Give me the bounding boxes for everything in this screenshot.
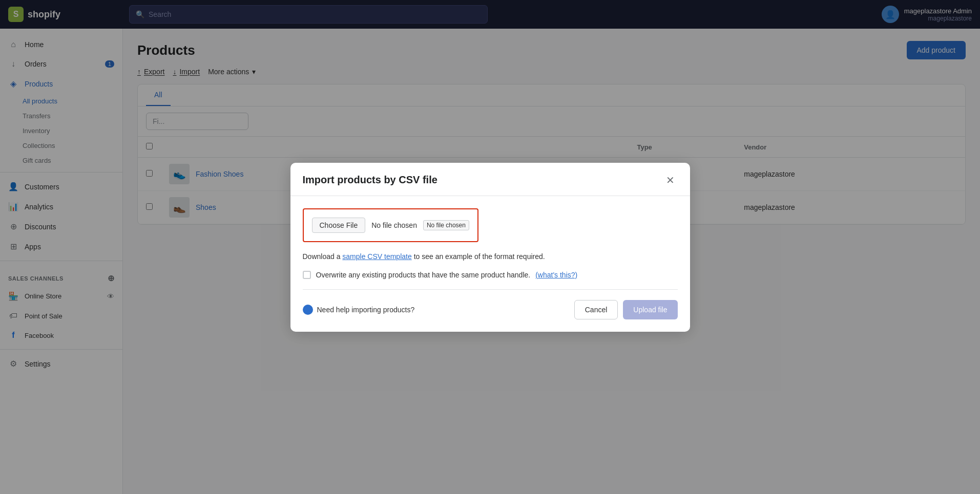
import-csv-modal: Import products by CSV file ✕ Choose Fil… [290,163,690,332]
choose-file-button[interactable]: Choose File [312,218,366,233]
csv-template-link[interactable]: sample CSV template [342,252,411,261]
csv-info-suffix: to see an example of the format required… [414,252,545,261]
csv-link-text: sample CSV template [342,252,411,261]
upload-file-button[interactable]: Upload file [623,300,677,319]
need-help-area: Need help importing products? [303,305,415,315]
modal-close-button[interactable]: ✕ [663,173,678,187]
whats-this-link[interactable]: (what's this?) [535,271,577,279]
no-file-tooltip: No file chosen [423,220,469,230]
modal-header: Import products by CSV file ✕ [290,163,690,196]
file-choose-area: Choose File No file chosen No file chose… [303,208,478,242]
csv-info: Download a sample CSV template to see an… [303,252,678,261]
overwrite-checkbox[interactable] [303,271,311,279]
overwrite-label: Overwrite any existing products that hav… [316,271,531,279]
help-dot-icon [303,305,313,315]
modal-body: Choose File No file chosen No file chose… [290,196,690,332]
modal-actions: Cancel Upload file [574,300,678,319]
csv-info-text: Download a [303,252,341,261]
modal-footer: Need help importing products? Cancel Upl… [303,300,678,319]
cancel-button[interactable]: Cancel [574,300,618,319]
no-file-text: No file chosen [371,221,417,229]
modal-title: Import products by CSV file [303,174,437,186]
modal-overlay[interactable]: Import products by CSV file ✕ Choose Fil… [0,0,980,494]
need-help-text: Need help importing products? [317,306,415,314]
overwrite-row: Overwrite any existing products that hav… [303,271,678,290]
